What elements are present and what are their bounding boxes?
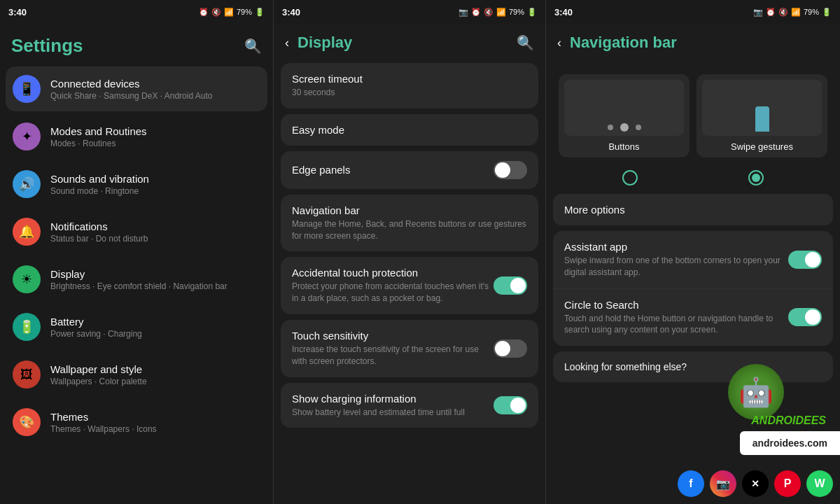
settings-item-notifications[interactable]: 🔔 Notifications Status bar · Do not dist…	[6, 209, 267, 254]
edge-panels-title: Edge panels	[292, 164, 350, 176]
display-screen-timeout-item[interactable]: Screen timeout 30 seconds	[281, 63, 538, 108]
nav-buttons-screen	[564, 80, 684, 136]
modes-label: Modes and Routines	[50, 125, 147, 137]
touch-sensitivity-toggle[interactable]	[493, 340, 527, 358]
sounds-label: Sounds and vibration	[50, 173, 149, 185]
display-content: Screen timeout 30 seconds Easy mode Edge…	[274, 59, 545, 504]
screen-timeout-sub: 30 seconds	[292, 87, 363, 99]
nav-bar-header: ‹ Navigation bar	[546, 24, 840, 59]
display-title: Display	[298, 34, 352, 52]
touch-sensitivity-title: Touch sensitivity	[292, 330, 493, 342]
screen-timeout-title: Screen timeout	[292, 73, 363, 85]
battery-setting-icon: 🔋	[13, 313, 41, 341]
assistant-app-item[interactable]: Assistant app Swipe inward from one of t…	[553, 231, 833, 289]
settings-item-connected[interactable]: 📱 Connected devices Quick Share · Samsun…	[6, 66, 267, 111]
wallpaper-icon: 🖼	[13, 360, 41, 388]
accidental-toggle[interactable]	[493, 276, 527, 295]
settings-item-modes[interactable]: ✦ Modes and Routines Modes · Routines	[6, 114, 267, 159]
radio-gestures[interactable]	[748, 170, 764, 186]
nav-bar-title: Navigation bar	[292, 204, 527, 216]
settings-item-themes[interactable]: 🎨 Themes Themes · Wallpapers · Icons	[6, 400, 267, 444]
signal-icon-3: 📶	[791, 8, 801, 17]
settings-item-wallpaper[interactable]: 🖼 Wallpaper and style Wallpapers · Color…	[6, 352, 267, 397]
display-accidental-section: Accidental touch protection Protect your…	[281, 257, 538, 314]
edge-panels-toggle[interactable]	[493, 161, 527, 179]
mute-icon: 🔇	[211, 8, 221, 17]
display-touch-sensitivity-item[interactable]: Touch sensitivity Increase the touch sen…	[281, 320, 538, 377]
connected-label: Connected devices	[50, 78, 212, 90]
assistant-app-title: Assistant app	[564, 241, 788, 253]
display-icon: ☀	[13, 265, 41, 293]
status-time-1: 3:40	[8, 7, 27, 18]
notifications-icon: 🔔	[13, 218, 41, 246]
display-touch-sensitivity-section: Touch sensitivity Increase the touch sen…	[281, 320, 538, 377]
buttons-label: Buttons	[608, 141, 639, 152]
assistant-app-section: Assistant app Swipe inward from one of t…	[553, 231, 833, 346]
alarm-icon: ⏰	[199, 8, 209, 17]
radio-buttons[interactable]	[622, 170, 638, 186]
nav-buttons-bar	[608, 123, 641, 132]
connected-icon: 📱	[13, 75, 41, 103]
signal-icon: 📶	[224, 8, 234, 17]
battery-icon-2: 🔋	[527, 8, 537, 17]
nav-back-btn	[608, 125, 613, 130]
status-bar-1: 3:40 ⏰ 🔇 📶 79% 🔋	[0, 0, 273, 24]
battery-text: 79%	[237, 8, 252, 16]
modes-icon: ✦	[13, 122, 41, 150]
settings-item-battery[interactable]: 🔋 Battery Power saving · Charging	[6, 304, 267, 349]
display-edge-panels-item[interactable]: Edge panels	[281, 151, 538, 189]
easy-mode-title: Easy mode	[292, 124, 344, 136]
gestures-label: Swipe gestures	[731, 141, 793, 152]
settings-item-sounds[interactable]: 🔊 Sounds and vibration Sound mode · Ring…	[6, 162, 267, 206]
radio-buttons-container[interactable]	[622, 170, 638, 186]
more-options-button[interactable]: More options	[553, 194, 833, 225]
display-easy-mode-item[interactable]: Easy mode	[281, 114, 538, 146]
nav-preview-section: Buttons Swipe gestures	[553, 63, 833, 164]
alarm-icon-2: ⏰	[471, 8, 481, 17]
settings-title: Settings	[11, 35, 83, 57]
themes-label: Themes	[50, 411, 157, 423]
wallpaper-label: Wallpaper and style	[50, 363, 147, 375]
battery-sublabel: Power saving · Charging	[50, 329, 142, 339]
circle-search-sub: Touch and hold the Home button or naviga…	[564, 313, 788, 337]
settings-header: Settings 🔍	[0, 24, 273, 64]
circle-search-toggle-knob	[805, 309, 820, 325]
battery-text-2: 79%	[509, 8, 524, 16]
mute-icon-2: 🔇	[484, 8, 493, 17]
notifications-label: Notifications	[50, 220, 148, 232]
nav-bar-content: Buttons Swipe gestures	[546, 59, 840, 504]
display-back-button[interactable]: ‹	[285, 36, 289, 50]
nav-gestures-screen	[702, 80, 822, 136]
display-search-button[interactable]: 🔍	[517, 34, 534, 51]
edge-panels-toggle-knob	[495, 162, 510, 178]
nav-home-btn	[620, 123, 629, 132]
display-nav-bar-item[interactable]: Navigation bar Manage the Home, Back, an…	[281, 195, 538, 252]
display-charging-item[interactable]: Show charging information Show battery l…	[281, 383, 538, 428]
panel-settings: 3:40 ⏰ 🔇 📶 79% 🔋 Settings 🔍 📱 Connected …	[0, 0, 273, 504]
battery-label: Battery	[50, 316, 142, 328]
charging-toggle[interactable]	[493, 396, 527, 414]
accidental-toggle-knob	[510, 278, 526, 293]
nav-gestures-card[interactable]: Swipe gestures	[696, 74, 827, 158]
sounds-icon: 🔊	[13, 170, 41, 198]
nav-buttons-card[interactable]: Buttons	[559, 74, 690, 158]
settings-search-button[interactable]: 🔍	[244, 38, 262, 55]
nav-recents-btn	[636, 125, 641, 130]
circle-search-toggle[interactable]	[788, 308, 822, 326]
nav-bar-back-button[interactable]: ‹	[557, 36, 561, 50]
sounds-sublabel: Sound mode · Ringtone	[50, 186, 149, 196]
display-accidental-item[interactable]: Accidental touch protection Protect your…	[281, 257, 538, 314]
accidental-title: Accidental touch protection	[292, 267, 493, 279]
accidental-sub: Protect your phone from accidental touch…	[292, 281, 493, 304]
circle-search-item[interactable]: Circle to Search Touch and hold the Home…	[553, 289, 833, 346]
circle-search-title: Circle to Search	[564, 299, 788, 311]
display-sublabel: Brightness · Eye comfort shield · Naviga…	[50, 281, 227, 291]
settings-item-display[interactable]: ☀ Display Brightness · Eye comfort shiel…	[6, 257, 267, 302]
nav-bar-title: Navigation bar	[570, 34, 677, 52]
gesture-figure	[755, 106, 769, 132]
radio-gestures-container[interactable]	[748, 170, 764, 186]
touch-sensitivity-sub: Increase the touch sensitivity of the sc…	[292, 344, 493, 368]
assistant-app-toggle[interactable]	[788, 251, 822, 269]
display-screen-timeout-section: Screen timeout 30 seconds	[281, 63, 538, 108]
display-easy-mode-section: Easy mode	[281, 114, 538, 146]
